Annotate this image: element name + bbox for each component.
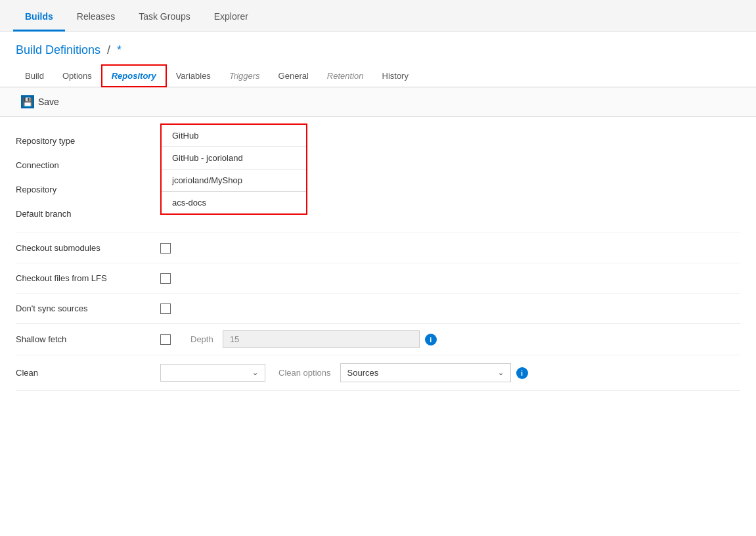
label-repository-type: Repository type <box>16 129 160 153</box>
tab-history[interactable]: History <box>373 66 418 87</box>
save-icon: 💾 <box>21 95 34 108</box>
repo-fields-box: GitHub GitHub - jcorioland jcorioland/My… <box>160 123 307 215</box>
label-checkout-sub: Checkout submodules <box>16 243 160 253</box>
checkout-sub-row: Checkout submodules <box>16 233 740 263</box>
repo-type-item[interactable]: GitHub <box>162 125 306 147</box>
save-button[interactable]: 💾 Save <box>16 93 64 111</box>
toolbar: 💾 Save <box>0 87 756 117</box>
label-shallow-fetch2: Shallow fetch <box>16 334 160 344</box>
breadcrumb-separator: / <box>107 43 110 56</box>
clean-options-label2: Clean options <box>278 368 331 378</box>
label-default-branch: Default branch <box>16 202 160 226</box>
tab-retention[interactable]: Retention <box>318 66 373 87</box>
depth-info-icon2[interactable]: i <box>425 334 437 346</box>
top-nav: Builds Releases Task Groups Explorer <box>0 0 756 32</box>
checkbox-checkout-lfs[interactable] <box>160 273 171 284</box>
repository-item[interactable]: jcorioland/MyShop <box>162 169 306 192</box>
clean-chevron: ⌄ <box>252 368 258 377</box>
tabs-bar: Build Options Repository Variables Trigg… <box>0 62 756 87</box>
nav-task-groups[interactable]: Task Groups <box>127 3 202 32</box>
nav-explorer[interactable]: Explorer <box>202 3 260 32</box>
corrected-form: Repository typeConnectionRepositoryDefau… <box>0 117 756 391</box>
label-checkout-lfs2: Checkout files from LFS <box>16 273 160 283</box>
tab-repository[interactable]: Repository <box>101 64 167 87</box>
connection-item[interactable]: GitHub - jcorioland <box>162 147 306 169</box>
nav-builds[interactable]: Builds <box>13 3 65 32</box>
save-label: Save <box>38 97 59 107</box>
shallow-fetch-row2: Shallow fetch Depth i <box>16 324 740 355</box>
clean-info-icon[interactable]: i <box>516 367 528 379</box>
checkbox-shallow-fetch[interactable] <box>160 334 171 345</box>
tab-variables[interactable]: Variables <box>167 66 220 87</box>
clean-dropdown2[interactable]: ⌄ <box>160 364 265 382</box>
branch-item[interactable]: acs-docs <box>162 192 306 213</box>
label-dont-sync2: Don't sync sources <box>16 303 160 313</box>
dont-sync-row2: Don't sync sources <box>16 294 740 324</box>
depth-label2: Depth <box>190 334 213 344</box>
depth-input2[interactable] <box>223 330 420 348</box>
checkbox-checkout-sub[interactable] <box>160 243 171 254</box>
sources-dropdown2[interactable]: Sources ⌄ <box>340 363 511 382</box>
breadcrumb-primary[interactable]: Build Definitions <box>16 43 100 56</box>
clean-row2: Clean ⌄ Clean options Sources ⌄ i <box>16 355 740 391</box>
checkbox-dont-sync[interactable] <box>160 303 171 314</box>
breadcrumb: Build Definitions / * <box>0 32 756 62</box>
label-connection: Connection <box>16 153 160 177</box>
sources-chevron2: ⌄ <box>498 368 504 377</box>
label-clean2: Clean <box>16 368 160 378</box>
tab-options[interactable]: Options <box>53 66 101 87</box>
label-repository: Repository <box>16 177 160 202</box>
sources-value: Sources <box>347 368 379 378</box>
breadcrumb-secondary: * <box>117 43 122 56</box>
tab-triggers[interactable]: Triggers <box>220 66 269 87</box>
nav-releases[interactable]: Releases <box>65 3 127 32</box>
tab-general[interactable]: General <box>269 66 318 87</box>
tab-build[interactable]: Build <box>16 66 53 87</box>
repo-type-row: Repository typeConnectionRepositoryDefau… <box>16 117 740 233</box>
checkout-lfs-row2: Checkout files from LFS <box>16 263 740 294</box>
